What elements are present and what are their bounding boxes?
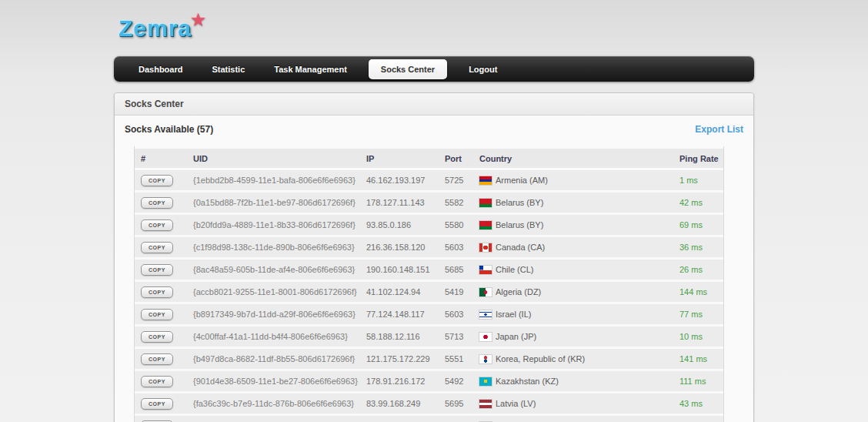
export-list-link[interactable]: Export List — [695, 124, 743, 135]
uid-cell: {b8917349-9b7d-11dd-a29f-806e6f6e6963} — [187, 304, 360, 324]
table-row: COPY {1ebbd2b8-4599-11e1-bafa-806e6f6e69… — [135, 170, 723, 190]
ping-cell: 7 ms — [673, 416, 723, 422]
brand-logo-text: Zemra — [119, 15, 192, 41]
column-header-uid: UID — [187, 149, 360, 168]
copy-button[interactable]: COPY — [141, 197, 173, 209]
country-name: Armenia (AM) — [496, 176, 548, 185]
country-name: Belarus (BY) — [496, 198, 543, 207]
ping-cell: 144 ms — [673, 282, 723, 302]
copy-button[interactable]: COPY — [141, 286, 173, 298]
uid-cell: {fa36c39c-b7e9-11dc-876b-806e6f6e6963} — [187, 394, 360, 414]
country-name: Canada (CA) — [496, 243, 545, 252]
port-cell: 5580 — [439, 215, 473, 235]
uid-cell: {0a15bd88-7f2b-11e1-be97-806d6172696f} — [187, 193, 360, 213]
copy-button[interactable]: COPY — [141, 175, 173, 186]
uid-cell: {accb8021-9255-11e1-8001-806d6172696f} — [187, 282, 360, 302]
column-header-number: # — [135, 149, 187, 168]
nav-item-socks-center[interactable]: Socks Center — [369, 59, 447, 79]
country-flag-icon — [479, 288, 492, 296]
uid-cell: {901d4e38-6509-11e1-be27-806e6f6e6963} — [187, 371, 360, 391]
copy-button[interactable]: COPY — [141, 376, 173, 387]
country-cell: Armenia (AM) — [473, 170, 673, 190]
ping-cell: 69 ms — [673, 215, 723, 235]
copy-cell: COPY — [135, 282, 187, 302]
country-flag-icon — [479, 266, 492, 274]
copy-cell: COPY — [135, 237, 187, 257]
main-navbar: Dashboard Statistic Task Management Sock… — [114, 56, 754, 82]
ip-cell: 77.124.148.117 — [360, 304, 439, 324]
country-name: Kazakhstan (KZ) — [496, 377, 559, 386]
country-cell: Chile (CL) — [473, 260, 673, 280]
copy-cell: COPY — [135, 215, 187, 235]
nav-item-dashboard[interactable]: Dashboard — [139, 65, 182, 74]
column-header-ping-rate: Ping Rate — [673, 149, 723, 168]
ip-cell: 216.36.158.120 — [360, 237, 439, 257]
table-row: COPY {accb8021-9255-11e1-8001-806d617269… — [135, 282, 723, 302]
nav-item-task-management[interactable]: Task Management — [274, 65, 347, 74]
copy-cell: COPY — [135, 193, 187, 213]
country-cell: Korea, Republic of (KR) — [473, 349, 673, 369]
ip-cell: 178.91.216.172 — [360, 371, 439, 391]
country-name: Japan (JP) — [496, 332, 536, 341]
table-row: COPY {b20fdd9a-4889-11e1-8b33-806d617269… — [135, 215, 723, 235]
country-cell: Mexico (MX) — [473, 416, 673, 422]
port-cell: 5725 — [439, 170, 473, 190]
socks-table: # UID IP Port Country Ping Rate COPY {1e… — [134, 146, 724, 422]
panel-body: Socks Available (57) Export List # UID I… — [115, 116, 753, 422]
copy-button[interactable]: COPY — [141, 242, 173, 253]
ip-cell: 41.102.124.94 — [360, 282, 439, 302]
country-name: Korea, Republic of (KR) — [496, 354, 585, 363]
panel-subheader: Socks Available (57) Export List — [125, 124, 743, 135]
country-cell: Belarus (BY) — [473, 193, 673, 213]
country-flag-icon — [479, 355, 492, 363]
port-cell: 5695 — [439, 394, 473, 414]
column-header-country: Country — [473, 149, 673, 168]
panel-title: Socks Center — [115, 93, 753, 116]
country-flag-icon — [479, 199, 492, 207]
copy-button[interactable]: COPY — [141, 353, 173, 365]
ping-cell: 10 ms — [673, 327, 723, 347]
copy-cell: COPY — [135, 394, 187, 414]
country-cell: Israel (IL) — [473, 304, 673, 324]
country-cell: Algeria (DZ) — [473, 282, 673, 302]
ip-cell: 46.162.193.197 — [360, 170, 439, 190]
ping-cell: 111 ms — [673, 371, 723, 391]
copy-cell: COPY — [135, 327, 187, 347]
port-cell: 5603 — [439, 304, 473, 324]
port-cell: 5419 — [439, 282, 473, 302]
ip-cell: 83.99.168.249 — [360, 394, 439, 414]
table-row: COPY {b497d8ca-8682-11df-8b55-806d617269… — [135, 349, 723, 369]
port-cell: 5582 — [439, 193, 473, 213]
copy-button[interactable]: COPY — [141, 264, 173, 276]
copy-button[interactable]: COPY — [141, 331, 173, 343]
uid-cell: {a505306e-d832-11e0-ace2-806e6f6e6963} — [187, 416, 360, 422]
ping-cell: 77 ms — [673, 304, 723, 324]
socks-center-panel: Socks Center Socks Available (57) Export… — [114, 92, 754, 422]
country-name: Chile (CL) — [496, 265, 534, 274]
ip-cell: 178.127.11.143 — [360, 193, 439, 213]
table-row: COPY {901d4e38-6509-11e1-be27-806e6f6e69… — [135, 371, 723, 391]
copy-button[interactable]: COPY — [141, 398, 173, 410]
nav-item-statistic[interactable]: Statistic — [212, 65, 245, 74]
nav-item-logout[interactable]: Logout — [469, 65, 497, 74]
country-cell: Kazakhstan (KZ) — [473, 371, 673, 391]
copy-button[interactable]: COPY — [141, 309, 173, 320]
brand-logo: Zemra★ — [119, 15, 754, 46]
country-cell: Japan (JP) — [473, 327, 673, 347]
ip-cell: 58.188.12.116 — [360, 327, 439, 347]
uid-cell: {1ebbd2b8-4599-11e1-bafa-806e6f6e6963} — [187, 170, 360, 190]
ping-cell: 36 ms — [673, 237, 723, 257]
table-row: COPY {0a15bd88-7f2b-11e1-be97-806d617269… — [135, 193, 723, 213]
uid-cell: {b497d8ca-8682-11df-8b55-806d6172696f} — [187, 349, 360, 369]
ping-cell: 43 ms — [673, 394, 723, 414]
port-cell: 5551 — [439, 349, 473, 369]
uid-cell: {8ac48a59-605b-11de-af4e-806e6f6e6963} — [187, 260, 360, 280]
copy-cell: COPY — [135, 349, 187, 369]
copy-cell: COPY — [135, 260, 187, 280]
country-flag-icon — [479, 333, 492, 341]
ping-cell: 26 ms — [673, 260, 723, 280]
copy-cell: COPY — [135, 304, 187, 324]
port-cell: 5713 — [439, 327, 473, 347]
country-flag-icon — [479, 310, 492, 319]
copy-button[interactable]: COPY — [141, 219, 173, 231]
